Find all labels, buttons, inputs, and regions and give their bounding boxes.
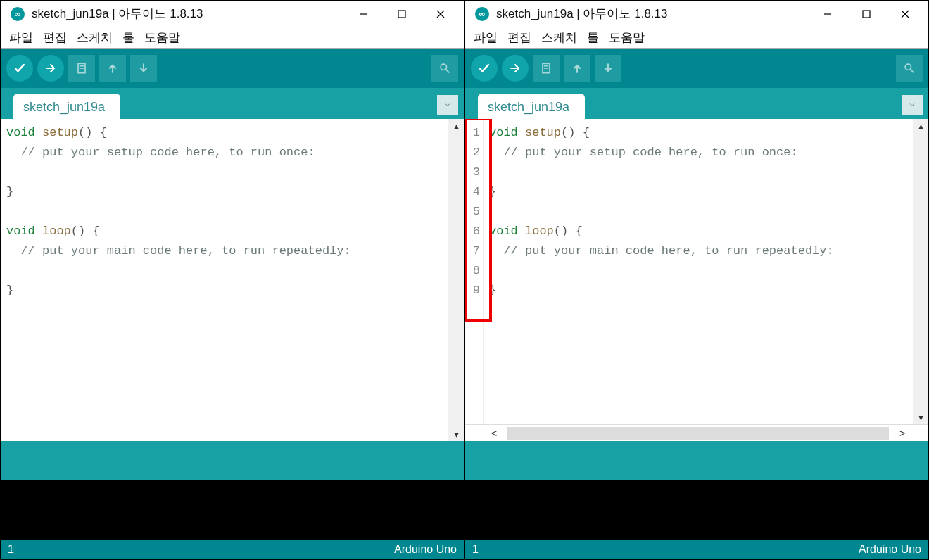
new-button[interactable] bbox=[68, 55, 95, 82]
window-controls bbox=[343, 1, 460, 27]
status-line-number: 1 bbox=[8, 543, 14, 556]
line-number: 7 bbox=[465, 241, 480, 261]
console bbox=[1, 480, 464, 540]
upload-button[interactable] bbox=[37, 55, 64, 82]
arduino-window: ∞sketch_jun19a | 아두이노 1.8.13파일편집스케치툴도움말s… bbox=[464, 0, 929, 560]
tab-dropdown-icon[interactable] bbox=[902, 95, 923, 115]
menu-item[interactable]: 스케치 bbox=[538, 28, 580, 47]
scroll-up-icon[interactable]: ▴ bbox=[918, 120, 923, 132]
vertical-scrollbar[interactable]: ▴▾ bbox=[448, 119, 464, 441]
verify-button[interactable] bbox=[6, 55, 33, 82]
tab[interactable]: sketch_jun19a bbox=[478, 94, 585, 120]
editor-area: void setup() { // put your setup code he… bbox=[1, 119, 464, 441]
menu-item[interactable]: 스케치 bbox=[74, 28, 115, 47]
titlebar: ∞sketch_jun19a | 아두이노 1.8.13 bbox=[465, 1, 928, 27]
vertical-scrollbar[interactable]: ▴▾ bbox=[913, 119, 928, 424]
status-line-number: 1 bbox=[472, 543, 479, 556]
svg-rect-1 bbox=[398, 11, 405, 18]
window-title: sketch_jun19a | 아두이노 1.8.13 bbox=[32, 6, 343, 22]
minimize-button[interactable] bbox=[808, 1, 847, 27]
line-number: 9 bbox=[465, 281, 480, 300]
line-number: 1 bbox=[465, 123, 480, 143]
menu-item[interactable]: 파일 bbox=[6, 28, 36, 47]
maximize-button[interactable] bbox=[382, 1, 421, 27]
titlebar: ∞sketch_jun19a | 아두이노 1.8.13 bbox=[1, 1, 464, 27]
status-board: Arduino Uno bbox=[394, 543, 457, 556]
tabbar: sketch_jun19a bbox=[1, 88, 464, 119]
close-button[interactable] bbox=[421, 1, 460, 27]
line-number: 4 bbox=[465, 182, 480, 202]
tab-dropdown-icon[interactable] bbox=[437, 95, 458, 115]
line-number: 5 bbox=[465, 202, 480, 222]
menu-item[interactable]: 툴 bbox=[584, 28, 602, 47]
editor-area: 123456789void setup() { // put your setu… bbox=[465, 119, 928, 441]
scroll-down-icon[interactable]: ▾ bbox=[454, 428, 459, 440]
line-number-gutter: 123456789 bbox=[465, 119, 484, 424]
toolbar bbox=[465, 49, 928, 88]
app-icon: ∞ bbox=[475, 7, 489, 21]
tabbar: sketch_jun19a bbox=[465, 88, 928, 119]
statusbar: 1Arduino Uno bbox=[1, 540, 464, 559]
arduino-window: ∞sketch_jun19a | 아두이노 1.8.13파일편집스케치툴도움말s… bbox=[0, 0, 464, 560]
horizontal-scrollbar[interactable]: <> bbox=[465, 424, 928, 441]
save-button[interactable] bbox=[595, 55, 621, 82]
menu-item[interactable]: 도움말 bbox=[606, 28, 647, 47]
toolbar bbox=[1, 49, 464, 88]
code-editor[interactable]: void setup() { // put your setup code he… bbox=[1, 119, 448, 441]
menu-item[interactable]: 툴 bbox=[120, 28, 137, 47]
scroll-up-icon[interactable]: ▴ bbox=[454, 120, 459, 132]
menu-item[interactable]: 편집 bbox=[40, 28, 70, 47]
serial-monitor-button[interactable] bbox=[431, 55, 458, 82]
open-button[interactable] bbox=[99, 55, 126, 82]
line-number: 3 bbox=[465, 163, 480, 182]
scroll-down-icon[interactable]: ▾ bbox=[918, 412, 923, 423]
line-number: 2 bbox=[465, 143, 480, 163]
window-title: sketch_jun19a | 아두이노 1.8.13 bbox=[496, 6, 808, 22]
open-button[interactable] bbox=[564, 55, 590, 82]
code-editor[interactable]: void setup() { // put your setup code he… bbox=[484, 119, 913, 424]
tab[interactable]: sketch_jun19a bbox=[13, 94, 120, 120]
console bbox=[465, 480, 928, 540]
line-number: 8 bbox=[465, 261, 480, 281]
serial-monitor-button[interactable] bbox=[896, 55, 923, 82]
message-area bbox=[1, 441, 464, 480]
scroll-right-icon[interactable]: > bbox=[892, 426, 913, 441]
save-button[interactable] bbox=[130, 55, 157, 82]
app-icon: ∞ bbox=[11, 7, 25, 21]
menu-item[interactable]: 도움말 bbox=[141, 28, 183, 47]
menubar: 파일편집스케치툴도움말 bbox=[1, 27, 464, 49]
line-number: 6 bbox=[465, 222, 480, 241]
status-board: Arduino Uno bbox=[859, 543, 921, 556]
message-area bbox=[465, 441, 928, 480]
window-controls bbox=[808, 1, 924, 27]
minimize-button[interactable] bbox=[343, 1, 382, 27]
scroll-left-icon[interactable]: < bbox=[484, 426, 505, 441]
menu-item[interactable]: 편집 bbox=[505, 28, 534, 47]
menu-item[interactable]: 파일 bbox=[471, 28, 500, 47]
menubar: 파일편집스케치툴도움말 bbox=[465, 27, 928, 49]
statusbar: 1Arduino Uno bbox=[465, 540, 928, 559]
maximize-button[interactable] bbox=[847, 1, 885, 27]
verify-button[interactable] bbox=[471, 55, 498, 82]
close-button[interactable] bbox=[885, 1, 924, 27]
new-button[interactable] bbox=[533, 55, 560, 82]
upload-button[interactable] bbox=[502, 55, 529, 82]
svg-rect-7 bbox=[863, 11, 870, 18]
